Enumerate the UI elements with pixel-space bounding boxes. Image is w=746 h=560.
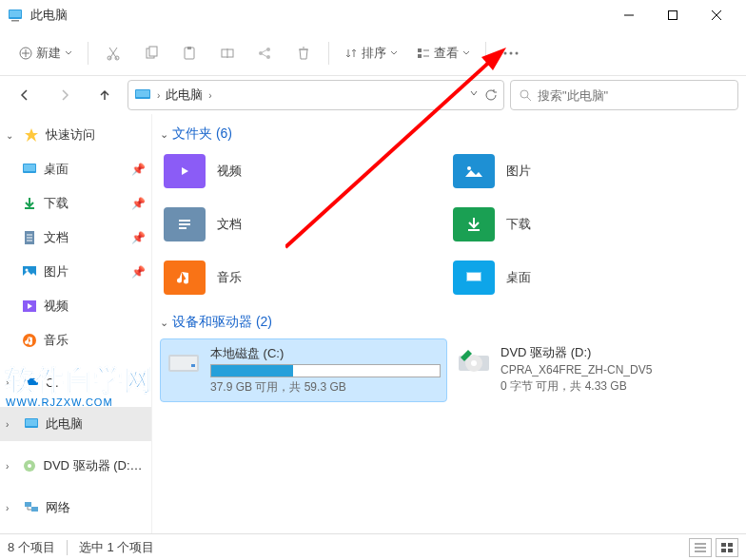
cut-button[interactable]	[96, 36, 130, 70]
sidebar-item-videos[interactable]: 视频	[0, 289, 151, 323]
sidebar-item-label: 视频	[44, 298, 69, 315]
folder-downloads[interactable]: 下载	[449, 203, 738, 245]
view-details-button[interactable]	[689, 538, 712, 557]
sidebar-item-label: 音乐	[44, 332, 69, 349]
sidebar-item-label: DVD 驱动器 (D:) CP	[44, 457, 146, 474]
svg-rect-64	[728, 543, 733, 547]
chevron-right-icon: ›	[6, 461, 16, 472]
svg-rect-63	[721, 543, 726, 547]
svg-rect-65	[721, 549, 726, 552]
toolbar: 新建 排序 查看	[0, 30, 746, 76]
desktop-icon	[21, 161, 38, 178]
status-item-count: 8 个项目	[8, 539, 55, 556]
new-button[interactable]: 新建	[11, 36, 80, 70]
refresh-icon[interactable]	[484, 88, 498, 102]
chevron-down-icon: ⌄	[160, 317, 168, 329]
sidebar-item-this-pc[interactable]: › 此电脑	[0, 407, 151, 441]
star-icon	[23, 126, 40, 144]
svg-point-59	[471, 360, 477, 366]
sort-button[interactable]: 排序	[337, 36, 405, 70]
search-box[interactable]	[510, 80, 738, 110]
music-folder-icon	[173, 268, 196, 287]
sidebar-item-label: 网络	[46, 499, 70, 516]
arrow-right-icon	[57, 87, 72, 103]
svg-point-39	[26, 269, 29, 272]
svg-rect-33	[24, 164, 35, 171]
close-button[interactable]	[695, 0, 738, 30]
sidebar-item-documents[interactable]: 文档 📌	[0, 221, 151, 255]
nav-back-button[interactable]	[8, 80, 42, 110]
drive-d[interactable]: DVD 驱动器 (D:) CPRA_X64FRE_ZH-CN_DV5 0 字节 …	[451, 338, 738, 402]
svg-rect-1	[10, 10, 21, 17]
svg-rect-29	[136, 90, 149, 97]
section-drives-header[interactable]: ⌄ 设备和驱动器 (2)	[152, 310, 746, 335]
rename-icon	[220, 46, 235, 61]
more-button[interactable]	[494, 36, 528, 70]
chevron-down-icon	[65, 49, 72, 57]
sidebar-item-network[interactable]: › 网络	[0, 491, 151, 525]
svg-rect-56	[191, 364, 195, 367]
this-pc-icon	[8, 8, 23, 23]
download-folder-icon	[462, 215, 485, 234]
pin-icon: 📌	[131, 265, 146, 279]
sidebar-item-label: 下载	[44, 195, 69, 212]
drive-grid: 本地磁盘 (C:) 37.9 GB 可用，共 59.3 GB DVD 驱动器 (…	[152, 335, 746, 406]
folder-documents[interactable]: 文档	[160, 203, 449, 245]
share-button[interactable]	[248, 36, 283, 70]
this-pc-icon	[23, 415, 40, 433]
sidebar-item-dvd[interactable]: › DVD 驱动器 (D:) CP	[0, 449, 151, 483]
search-icon	[519, 88, 532, 102]
plus-circle-icon	[19, 47, 32, 60]
chevron-down-icon: ⌄	[160, 128, 168, 141]
sidebar-item-downloads[interactable]: 下载 📌	[0, 186, 151, 221]
view-tiles-button[interactable]	[716, 538, 738, 557]
svg-point-30	[520, 90, 528, 98]
sidebar-item-desktop[interactable]: 桌面 📌	[0, 152, 151, 186]
chevron-right-icon: ›	[6, 503, 17, 513]
sidebar-item-pictures[interactable]: 图片 📌	[0, 255, 151, 289]
folder-desktop[interactable]: 桌面	[449, 257, 738, 299]
section-folders-header[interactable]: ⌄ 文件夹 (6)	[152, 122, 746, 146]
folder-label: 下载	[506, 216, 531, 233]
copy-button[interactable]	[134, 36, 168, 70]
nav-forward-button[interactable]	[48, 80, 82, 110]
sidebar-item-quick-access[interactable]: ⌄ 快速访问	[0, 118, 151, 152]
breadcrumb[interactable]: › 此电脑 ›	[128, 80, 504, 110]
folder-music[interactable]: 音乐	[160, 257, 449, 299]
nav-up-button[interactable]	[88, 80, 122, 110]
download-icon	[21, 195, 38, 212]
tiles-icon	[721, 543, 733, 552]
view-button[interactable]: 查看	[409, 36, 478, 70]
trash-icon	[296, 46, 311, 61]
more-icon	[503, 51, 519, 55]
folder-pictures[interactable]: 图片	[449, 150, 738, 192]
chevron-right-icon: ›	[6, 419, 17, 430]
sidebar-item-onedrive[interactable]: › O.	[0, 365, 151, 399]
delete-button[interactable]	[286, 36, 321, 70]
svg-point-25	[504, 51, 507, 54]
drive-name: 本地磁盘 (C:)	[210, 345, 441, 362]
rename-button[interactable]	[210, 36, 245, 70]
video-folder-icon	[173, 162, 196, 181]
sidebar-item-label: 文档	[44, 229, 69, 246]
content-area: ⌄ 文件夹 (6) 视频 图片 文档 下载 音乐	[152, 114, 746, 533]
folder-videos[interactable]: 视频	[160, 150, 449, 192]
folder-label: 音乐	[217, 269, 242, 286]
search-input[interactable]	[538, 88, 730, 103]
svg-rect-2	[11, 20, 19, 22]
sidebar-item-label: 快速访问	[46, 126, 95, 144]
pin-icon: 📌	[131, 231, 146, 244]
breadcrumb-text[interactable]: 此电脑	[166, 87, 203, 104]
paste-button[interactable]	[172, 36, 206, 70]
picture-icon	[21, 263, 38, 280]
maximize-button[interactable]	[651, 0, 695, 30]
sidebar-item-music[interactable]: 音乐	[0, 323, 151, 357]
chevron-down-icon[interactable]	[469, 88, 479, 102]
pin-icon: 📌	[131, 163, 146, 176]
copy-icon	[144, 46, 159, 61]
drive-c[interactable]: 本地磁盘 (C:) 37.9 GB 可用，共 59.3 GB	[160, 338, 447, 402]
svg-point-26	[510, 51, 513, 54]
folder-label: 图片	[506, 163, 531, 180]
svg-line-31	[527, 97, 531, 101]
minimize-button[interactable]	[607, 0, 651, 30]
